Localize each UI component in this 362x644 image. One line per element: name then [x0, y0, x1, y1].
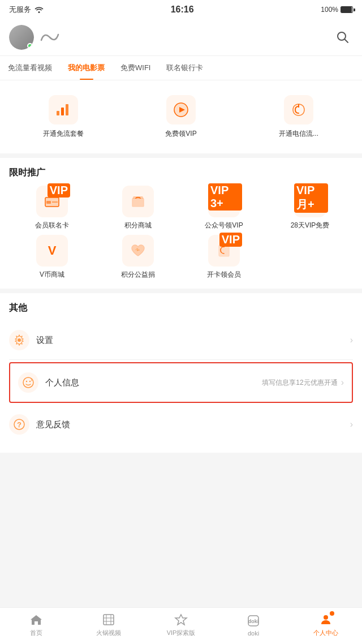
feature-points-charity[interactable]: 积分公益捐: [95, 235, 181, 280]
battery-percent: 100%: [321, 6, 338, 14]
personal-info-title: 个人信息: [45, 377, 262, 388]
personal-info-subtitle: 填写信息享12元优惠开通: [262, 378, 337, 388]
feature-card-member[interactable]: VIP 开卡领会员: [181, 235, 267, 280]
wifi-icon: [35, 6, 44, 13]
service-icon-telecom: [284, 95, 313, 124]
feedback-item[interactable]: ? 意见反馈 ›: [9, 405, 353, 444]
vcoin-letter: V: [48, 243, 57, 258]
other-section-title: 其他: [9, 302, 353, 314]
status-bar: 无服务 16:16 100%: [0, 0, 362, 19]
personal-info-arrow: ›: [341, 377, 344, 388]
settings-arrow: ›: [350, 335, 353, 345]
service-item-telecom[interactable]: 开通电信流...: [240, 89, 357, 144]
feature-label-points-charity: 积分公益捐: [121, 270, 155, 280]
feature-wechat-vip[interactable]: VIP 3+ 公众号领VIP: [181, 186, 267, 230]
tab-hotpot-label: 火锅视频: [96, 629, 121, 637]
feature-icon-mall: [122, 186, 154, 217]
service-icon-bar: [49, 95, 78, 124]
header: [0, 19, 362, 56]
avatar[interactable]: [9, 25, 34, 50]
service-label-free-vip: 免费领VIP: [165, 129, 196, 139]
vip-badge-28day: VIP月+: [294, 183, 328, 213]
doki-icon: doki: [246, 613, 261, 628]
svg-rect-5: [66, 104, 68, 115]
personal-info-content: 个人信息: [45, 377, 262, 388]
status-time: 16:16: [171, 5, 194, 15]
svg-rect-14: [132, 199, 144, 207]
nav-tabs: 免流量看视频 我的电影票 免费WIFI 联名银行卡: [0, 56, 362, 80]
personal-info-item[interactable]: 个人信息 填写信息享12元优惠开通 ›: [11, 364, 351, 401]
tab-profile[interactable]: 个人中心: [309, 612, 343, 637]
svg-point-0: [38, 11, 40, 13]
feature-label-28day-vip: 28天VIP免费: [291, 221, 330, 230]
svg-point-28: [29, 381, 31, 382]
limited-section: 限时推广 VIP 会员联名卡: [0, 158, 362, 289]
tab-movie[interactable]: 我的电影票: [60, 56, 113, 80]
feature-grid-row1: VIP 会员联名卡: [9, 186, 353, 230]
tab-doki-label: doki: [248, 630, 259, 637]
feature-icon-28day: VIP月+ 28: [294, 186, 326, 217]
hotpot-icon: [101, 612, 116, 627]
feature-icon-member: VIP: [36, 186, 68, 217]
service-grid: 开通免流套餐 免费领VIP: [0, 89, 362, 144]
svg-line-2: [344, 39, 348, 42]
svg-point-25: [18, 338, 21, 342]
service-label-telecom: 开通电信流...: [279, 129, 318, 139]
feature-grid-row2: V V币商城 积分公益捐 VIP: [9, 235, 353, 280]
signal-text: 无服务: [9, 5, 31, 15]
limited-section-title: 限时推广: [9, 167, 353, 179]
service-item-free-flow[interactable]: 开通免流套餐: [5, 89, 122, 144]
svg-text:?: ?: [17, 420, 21, 429]
other-section: 其他 设置 ›: [0, 293, 362, 453]
feature-28day-vip[interactable]: VIP月+ 28 28天VIP免费: [267, 186, 353, 230]
settings-icon: [9, 330, 29, 350]
vip-badge-member: VIP: [48, 183, 70, 198]
feature-label-card-member: 开卡领会员: [207, 270, 241, 280]
search-button[interactable]: [333, 27, 353, 48]
tab-free-flow[interactable]: 免流量看视频: [0, 56, 60, 80]
settings-title: 设置: [36, 335, 350, 346]
bottom-tabs: 首页 火锅视频 VIP探索版 doki doki: [0, 607, 362, 644]
service-icon-play: [166, 95, 196, 124]
feature-icon-charity: [122, 235, 154, 267]
tab-anonymous[interactable]: 联名银行卡: [158, 56, 211, 80]
tab-home[interactable]: 首页: [19, 612, 53, 637]
tab-vip-explore-label: VIP探索版: [167, 629, 196, 637]
svg-point-39: [324, 615, 328, 620]
settings-content: 设置: [36, 335, 350, 346]
battery-icon: [341, 6, 353, 13]
personal-info-icon: [18, 372, 38, 393]
feature-vcoin[interactable]: V V币商城: [9, 235, 95, 280]
tab-hotpot[interactable]: 火锅视频: [92, 612, 126, 637]
svg-text:doki: doki: [248, 619, 259, 624]
username-area: [38, 29, 61, 46]
service-item-free-vip[interactable]: 免费领VIP: [122, 89, 240, 144]
feature-icon-wechat: VIP 3+: [208, 186, 240, 217]
tab-vip-explore[interactable]: VIP探索版: [164, 612, 198, 637]
svg-point-27: [26, 381, 27, 382]
svg-rect-4: [61, 108, 64, 115]
feedback-arrow: ›: [350, 419, 353, 430]
feedback-content: 意见反馈: [36, 419, 350, 430]
feature-label-vcoin: V币商城: [40, 270, 64, 280]
service-label-free-flow: 开通免流套餐: [43, 129, 84, 139]
service-grid-section: 开通免流套餐 免费领VIP: [0, 80, 362, 153]
settings-item[interactable]: 设置 ›: [9, 321, 353, 360]
vip-badge-card: VIP: [219, 233, 242, 247]
svg-rect-12: [46, 201, 51, 204]
feature-member-card[interactable]: VIP 会员联名卡: [9, 186, 95, 230]
profile-tab-dot: [330, 611, 334, 616]
feedback-title: 意见反馈: [36, 419, 350, 430]
feature-empty: [267, 235, 353, 280]
tab-doki[interactable]: doki doki: [236, 613, 270, 637]
status-signal: 无服务: [9, 5, 44, 15]
vip-explore-icon: [174, 612, 188, 627]
feature-icon-vcoin: V: [36, 235, 68, 267]
status-battery-area: 100%: [321, 6, 353, 14]
profile-icon: [318, 612, 333, 627]
feature-label-wechat-vip: 公众号领VIP: [205, 221, 243, 230]
brand-logo: [38, 29, 61, 46]
feature-points-mall[interactable]: 积分商城: [95, 186, 181, 230]
svg-marker-36: [175, 615, 187, 625]
tab-free-wifi[interactable]: 免费WIFI: [113, 56, 158, 80]
